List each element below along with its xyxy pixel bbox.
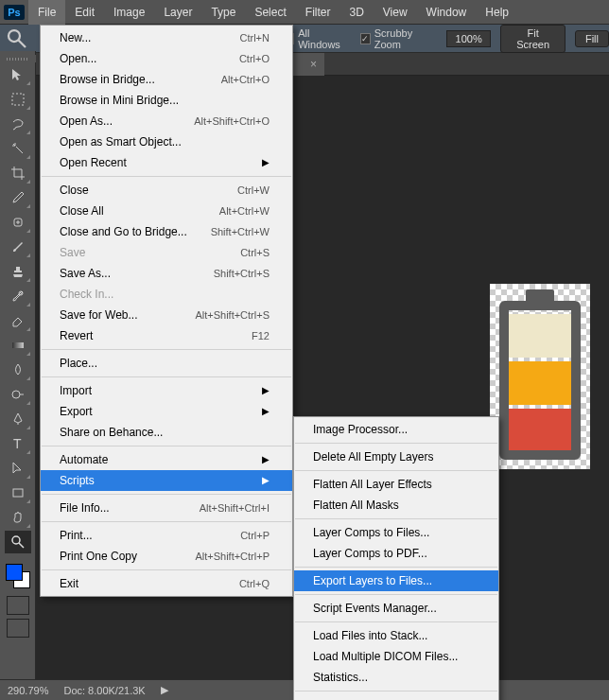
svg-line-11 xyxy=(19,543,24,548)
scripts-menu-item-load-files-into-stack[interactable]: Load Files into Stack... xyxy=(294,625,498,646)
file-menu-item-exit[interactable]: ExitCtrl+Q xyxy=(41,573,292,594)
blur-tool[interactable] xyxy=(5,359,31,381)
menu-separator xyxy=(295,621,497,622)
toolbox-handle-icon[interactable] xyxy=(0,55,36,62)
scripts-menu-item-image-processor[interactable]: Image Processor... xyxy=(294,419,498,440)
file-menu-item-print[interactable]: Print...Ctrl+P xyxy=(41,525,292,546)
menu-type[interactable]: Type xyxy=(201,0,245,25)
marquee-tool[interactable] xyxy=(5,88,31,111)
menu-3d[interactable]: 3D xyxy=(339,0,373,25)
move-tool[interactable] xyxy=(5,63,31,86)
file-menu-item-open-recent[interactable]: Open Recent▶ xyxy=(41,152,292,173)
zoom-tool[interactable] xyxy=(5,531,31,553)
menu-separator xyxy=(42,349,291,350)
brush-tool[interactable] xyxy=(5,236,31,258)
file-menu-item-save: SaveCtrl+S xyxy=(41,242,292,263)
menu-separator xyxy=(295,594,497,595)
lasso-tool[interactable] xyxy=(5,113,31,135)
menu-file[interactable]: File xyxy=(28,0,65,25)
gradient-tool[interactable] xyxy=(5,334,31,357)
file-menu-item-revert[interactable]: RevertF12 xyxy=(41,325,292,346)
fill-screen-button[interactable]: Fill xyxy=(575,30,609,47)
healing-brush-tool[interactable] xyxy=(5,211,31,234)
file-menu-item-import[interactable]: Import▶ xyxy=(41,380,292,401)
quick-mask-button[interactable] xyxy=(7,596,29,615)
file-menu-item-close-and-go-to-bridge[interactable]: Close and Go to Bridge...Shift+Ctrl+W xyxy=(41,221,292,242)
file-menu-item-new[interactable]: New...Ctrl+N xyxy=(41,27,292,48)
file-menu-item-share-on-behance[interactable]: Share on Behance... xyxy=(41,422,292,443)
menu-separator xyxy=(42,494,291,495)
file-menu-item-browse-in-bridge[interactable]: Browse in Bridge...Alt+Ctrl+O xyxy=(41,69,292,90)
clone-stamp-tool[interactable] xyxy=(5,260,31,283)
hand-tool[interactable] xyxy=(5,506,31,529)
menu-select[interactable]: Select xyxy=(245,0,295,25)
scripts-submenu: Image Processor...Delete All Empty Layer… xyxy=(293,416,499,700)
scrubby-zoom-checkbox[interactable]: ✓Scrubby Zoom xyxy=(360,27,437,50)
file-menu-item-export[interactable]: Export▶ xyxy=(41,401,292,422)
scripts-menu-item-layer-comps-to-pdf[interactable]: Layer Comps to PDF... xyxy=(294,543,498,564)
fit-screen-button[interactable]: Fit Screen xyxy=(500,25,566,53)
zoom-level[interactable]: 290.79% xyxy=(8,685,48,696)
menu-bar: Ps FileEditImageLayerTypeSelectFilter3DV… xyxy=(0,0,609,25)
all-windows-checkbox[interactable]: All Windows xyxy=(284,27,351,50)
path-selection-tool[interactable] xyxy=(5,457,31,480)
svg-rect-5 xyxy=(12,342,24,348)
file-menu-item-check-in: Check In... xyxy=(41,284,292,305)
menu-edit[interactable]: Edit xyxy=(65,0,104,25)
menu-window[interactable]: Window xyxy=(417,0,477,25)
dodge-tool[interactable] xyxy=(5,383,31,406)
crop-tool[interactable] xyxy=(5,162,31,184)
file-menu: New...Ctrl+NOpen...Ctrl+OBrowse in Bridg… xyxy=(40,25,293,597)
file-menu-item-open-as-smart-object[interactable]: Open as Smart Object... xyxy=(41,131,292,152)
menu-filter[interactable]: Filter xyxy=(296,0,340,25)
scripts-menu-item-statistics[interactable]: Statistics... xyxy=(294,667,498,688)
svg-point-6 xyxy=(12,391,20,398)
doc-size: Doc: 8.00K/21.3K xyxy=(63,685,145,696)
menu-image[interactable]: Image xyxy=(104,0,154,25)
screen-mode-button[interactable] xyxy=(7,619,29,638)
color-swatches[interactable] xyxy=(4,562,32,590)
scripts-menu-item-export-layers-to-files[interactable]: Export Layers to Files... xyxy=(294,570,498,591)
file-menu-item-close-all[interactable]: Close AllAlt+Ctrl+W xyxy=(41,201,292,221)
file-menu-item-open[interactable]: Open...Ctrl+O xyxy=(41,48,292,69)
scripts-menu-item-script-events-manager[interactable]: Script Events Manager... xyxy=(294,598,498,619)
file-menu-item-close[interactable]: CloseCtrl+W xyxy=(41,180,292,201)
file-menu-item-save-as[interactable]: Save As...Shift+Ctrl+S xyxy=(41,263,292,284)
menu-help[interactable]: Help xyxy=(476,0,518,25)
pen-tool[interactable] xyxy=(5,408,31,430)
type-tool[interactable]: T xyxy=(5,432,31,455)
scripts-menu-item-flatten-all-layer-effects[interactable]: Flatten All Layer Effects xyxy=(294,474,498,495)
svg-rect-2 xyxy=(12,94,24,105)
file-menu-item-file-info[interactable]: File Info...Alt+Shift+Ctrl+I xyxy=(41,498,292,518)
file-menu-item-save-for-web[interactable]: Save for Web...Alt+Shift+Ctrl+S xyxy=(41,305,292,325)
scripts-menu-item-flatten-all-masks[interactable]: Flatten All Masks xyxy=(294,495,498,516)
file-menu-item-scripts[interactable]: Scripts▶ xyxy=(41,470,292,491)
eyedropper-tool[interactable] xyxy=(5,186,31,209)
svg-text:T: T xyxy=(13,436,22,451)
battery-artwork xyxy=(490,284,590,469)
file-menu-item-automate[interactable]: Automate▶ xyxy=(41,449,292,470)
scripts-menu-item-browse[interactable]: Browse... xyxy=(294,694,498,700)
scripts-menu-item-delete-all-empty-layers[interactable]: Delete All Empty Layers xyxy=(294,446,498,467)
file-menu-item-print-one-copy[interactable]: Print One CopyAlt+Shift+Ctrl+P xyxy=(41,546,292,567)
file-menu-item-open-as[interactable]: Open As...Alt+Shift+Ctrl+O xyxy=(41,111,292,131)
rectangle-tool[interactable] xyxy=(5,481,31,504)
eraser-tool[interactable] xyxy=(5,309,31,332)
history-brush-tool[interactable] xyxy=(5,285,31,307)
status-arrow-icon[interactable]: ▶ xyxy=(161,684,168,696)
magic-wand-tool[interactable] xyxy=(5,137,31,160)
menu-separator xyxy=(42,446,291,446)
menu-separator xyxy=(42,569,291,570)
zoom-100-button[interactable]: 100% xyxy=(446,30,491,47)
scripts-menu-item-layer-comps-to-files[interactable]: Layer Comps to Files... xyxy=(294,522,498,543)
zoom-tool-icon xyxy=(6,27,28,50)
svg-rect-9 xyxy=(13,489,23,497)
scripts-menu-item-load-multiple-dicom-files[interactable]: Load Multiple DICOM Files... xyxy=(294,646,498,667)
file-menu-item-place[interactable]: Place... xyxy=(41,353,292,374)
close-tab-icon[interactable]: × xyxy=(310,53,317,76)
file-menu-item-browse-in-mini-bridge[interactable]: Browse in Mini Bridge... xyxy=(41,90,292,111)
foreground-color-swatch[interactable] xyxy=(6,564,23,581)
menu-view[interactable]: View xyxy=(374,0,417,25)
menu-layer[interactable]: Layer xyxy=(154,0,201,25)
svg-point-10 xyxy=(12,536,20,544)
